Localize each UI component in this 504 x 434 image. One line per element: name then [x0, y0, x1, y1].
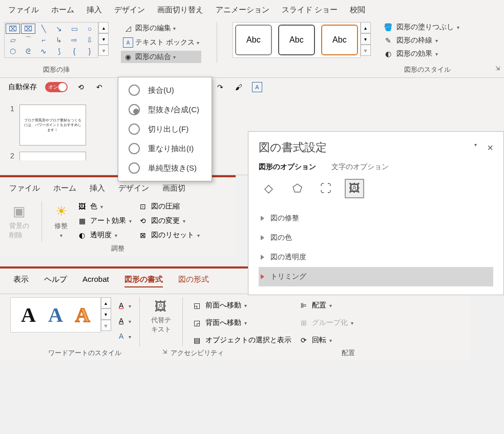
selection-pane-button[interactable]: ▤オブジェクトの選択と表示	[191, 334, 292, 346]
style-preset[interactable]: Abc	[321, 25, 358, 55]
fill-category-icon[interactable]: ◇	[259, 179, 278, 198]
slide-thumbnail[interactable]: 1 ブログ用風景やブログ素材をつくるには、パワーポイントをおすすめします！	[10, 105, 97, 146]
shape-cell[interactable]: ⌒	[21, 35, 35, 45]
shape-cell[interactable]: {	[67, 46, 81, 56]
dialog-launcher-icon[interactable]: ⇲	[162, 348, 167, 355]
shape-style-gallery[interactable]: Abc Abc Abc	[233, 22, 361, 58]
reset-picture-button[interactable]: ⊠図のリセット ▾	[138, 230, 200, 240]
change-picture-button[interactable]: ⟲図の変更 ▾	[138, 216, 200, 226]
shape-cell[interactable]: ⌧	[21, 24, 35, 34]
picture-category-icon[interactable]: 🖼	[345, 179, 364, 198]
gallery-scroll[interactable]: ▴ ▾ ▿	[98, 22, 109, 58]
tab-picture-format[interactable]: 図の形式	[178, 275, 209, 287]
pane-tab-text-options[interactable]: 文字のオプション	[331, 162, 389, 172]
shape-edit-button[interactable]: ◿ 図形の編集 ▾	[121, 22, 201, 34]
bring-forward-button[interactable]: ◱前面へ移動 ▾	[191, 299, 292, 312]
tab-transition[interactable]: 画面切	[162, 183, 185, 193]
shape-cell[interactable]: ⇩	[82, 35, 97, 45]
corrections-button[interactable]: ☀ 修整 ▾	[51, 201, 71, 242]
shape-cell[interactable]: ⟆	[52, 46, 66, 56]
tab-review[interactable]: 校閲	[350, 5, 365, 15]
merge-subtract[interactable]: 単純型抜き(S)	[118, 158, 212, 178]
shape-cell[interactable]: ⌧	[6, 24, 20, 34]
tab-shape-format[interactable]: 図形の書式	[124, 275, 163, 287]
wordart-preset[interactable]: A	[75, 303, 90, 327]
close-icon[interactable]: ×	[487, 142, 493, 154]
style-preset[interactable]: Abc	[235, 25, 272, 55]
wordart-preset[interactable]: A	[48, 303, 63, 327]
shape-gallery[interactable]: ⌧ ⌧ ╲ ↘ ▭ ○ ▱ ⌒ ⌐ ↳ ⇨ ⇩ ⬡ ᘓ ∿ ⟆ { }	[4, 22, 98, 58]
size-category-icon[interactable]: ⛶	[316, 179, 335, 198]
shape-cell[interactable]: ○	[82, 24, 97, 34]
pane-menu-icon[interactable]: ▾	[474, 142, 477, 154]
tab-design[interactable]: デザイン	[118, 183, 149, 193]
tab-help[interactable]: ヘルプ	[44, 275, 67, 287]
rotate-button[interactable]: ⟳回転 ▾	[298, 334, 354, 346]
compress-button[interactable]: ⊡図の圧縮	[138, 201, 200, 212]
tab-file[interactable]: ファイル	[8, 5, 39, 15]
text-fill-button[interactable]: A ▾	[116, 300, 131, 311]
merge-fragment[interactable]: 切り出し(F)	[118, 119, 212, 139]
pane-section-correction[interactable]: 図の修整	[259, 209, 493, 228]
effects-category-icon[interactable]: ⬠	[287, 179, 307, 198]
align-button[interactable]: ⊫配置 ▾	[298, 299, 354, 312]
merge-union[interactable]: 接合(U)	[118, 80, 212, 100]
pane-section-crop[interactable]: トリミング	[259, 267, 493, 286]
shape-cell[interactable]: ∿	[36, 46, 51, 56]
alt-text-button[interactable]: 🖼 代替テ キスト	[148, 297, 174, 336]
tab-insert[interactable]: 挿入	[87, 5, 102, 15]
save-icon[interactable]: ⟲	[76, 82, 86, 92]
remove-background-button[interactable]: ▣ 背景の 削除	[6, 201, 32, 242]
shape-cell[interactable]: ↳	[52, 35, 66, 45]
brush-icon[interactable]: 🖌	[234, 82, 244, 92]
artistic-effects-button[interactable]: ▦アート効果 ▾	[77, 216, 132, 226]
pane-section-transparency[interactable]: 図の透明度	[259, 247, 493, 267]
slide-thumbnail[interactable]: 2	[10, 152, 97, 160]
tab-slideshow[interactable]: スライド ショー	[282, 5, 338, 15]
gallery-scroll[interactable]: ▴ ▾ ▿	[361, 22, 371, 58]
shape-fill-button[interactable]: 🪣 図形の塗りつぶし ▾	[383, 22, 459, 32]
tab-animation[interactable]: アニメーション	[216, 5, 269, 15]
tab-acrobat[interactable]: Acrobat	[82, 275, 109, 287]
expand-gallery-icon[interactable]: ▿	[101, 320, 111, 331]
wordart-preset[interactable]: A	[21, 303, 36, 327]
scroll-down-icon[interactable]: ▾	[361, 33, 371, 45]
scroll-down-icon[interactable]: ▾	[98, 33, 109, 45]
text-outline-button[interactable]: A ▾	[116, 316, 131, 326]
tab-home[interactable]: ホーム	[53, 183, 76, 193]
scroll-up-icon[interactable]: ▴	[361, 22, 371, 33]
shape-outline-button[interactable]: ✎ 図形の枠線 ▾	[383, 35, 459, 46]
shape-merge-button[interactable]: ◉ 図形の結合 ▾	[121, 51, 201, 63]
shape-effects-button[interactable]: ◐ 図形の効果 ▾	[383, 49, 459, 59]
scroll-down-icon[interactable]: ▾	[101, 308, 111, 320]
expand-gallery-icon[interactable]: ▿	[98, 45, 109, 56]
slide-preview[interactable]: ブログ用風景やブログ素材をつくるには、パワーポイントをおすすめします！	[19, 105, 86, 146]
color-button[interactable]: 🖼色 ▾	[77, 201, 132, 212]
tab-design[interactable]: デザイン	[114, 5, 145, 15]
shape-cell[interactable]: ⇨	[67, 35, 81, 45]
scroll-up-icon[interactable]: ▴	[98, 22, 109, 33]
slide-preview[interactable]	[19, 152, 86, 160]
shape-cell[interactable]: ╲	[36, 24, 51, 34]
autosave-toggle[interactable]: オン	[45, 82, 68, 92]
merge-intersect[interactable]: 重なり抽出(I)	[118, 139, 212, 158]
tab-view[interactable]: 表示	[13, 275, 29, 287]
gallery-scroll[interactable]: ▴ ▾ ▿	[101, 297, 111, 333]
wordart-gallery[interactable]: A A A	[10, 297, 101, 333]
pane-tab-shape-options[interactable]: 図形のオプション	[259, 162, 316, 172]
send-backward-button[interactable]: ◲背面へ移動 ▾	[191, 317, 292, 329]
shape-cell[interactable]: ᘓ	[21, 46, 35, 56]
tab-transition[interactable]: 画面切り替え	[157, 5, 203, 15]
shape-cell[interactable]: ↘	[52, 24, 66, 34]
redo-icon[interactable]: ↷	[215, 82, 225, 92]
transparency-button[interactable]: ◐透明度 ▾	[77, 230, 132, 240]
shape-cell[interactable]: ▭	[67, 24, 81, 34]
dialog-launcher-icon[interactable]: ⇲	[495, 65, 500, 72]
tab-home[interactable]: ホーム	[51, 5, 74, 15]
shape-cell[interactable]: ⌐	[36, 35, 51, 45]
undo-icon[interactable]: ↶	[94, 82, 104, 92]
expand-gallery-icon[interactable]: ▿	[361, 45, 371, 56]
scroll-up-icon[interactable]: ▴	[101, 297, 111, 308]
text-effects-button[interactable]: A ▾	[116, 331, 131, 341]
merge-combine[interactable]: 型抜き/合成(C)	[118, 100, 212, 119]
